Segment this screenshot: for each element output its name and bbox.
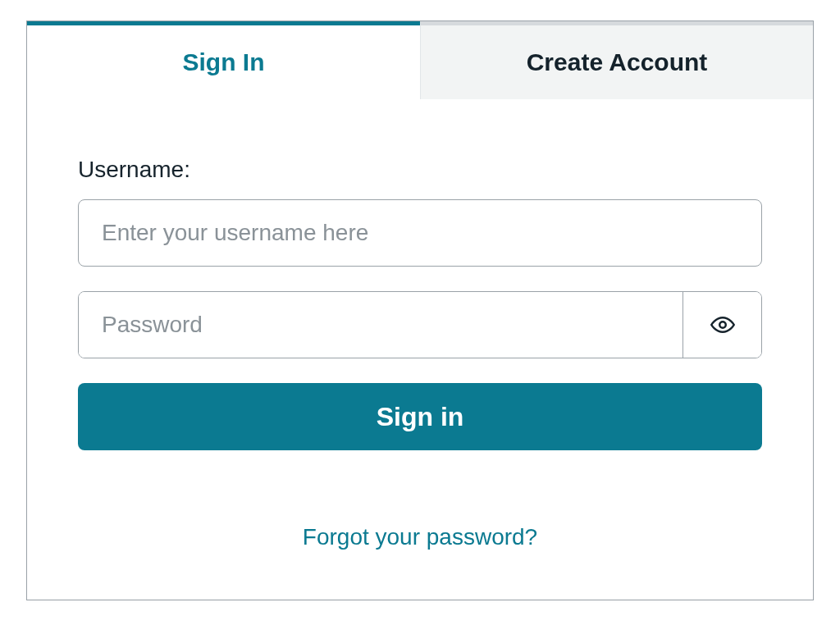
toggle-password-visibility-button[interactable] <box>682 292 761 358</box>
username-input[interactable] <box>78 199 762 267</box>
forgot-password-link[interactable]: Forgot your password? <box>303 524 537 550</box>
sign-in-button[interactable]: Sign in <box>78 383 762 450</box>
forgot-password-wrap: Forgot your password? <box>78 450 762 559</box>
auth-tabs: Sign In Create Account <box>27 21 813 99</box>
tab-create-account[interactable]: Create Account <box>420 21 813 99</box>
sign-in-form: Username: Sign in Forgot your password? <box>27 99 813 600</box>
auth-card: Sign In Create Account Username: Sign in… <box>26 21 814 600</box>
eye-icon <box>710 312 735 337</box>
svg-point-0 <box>719 322 726 328</box>
password-row <box>78 291 762 358</box>
password-input[interactable] <box>79 292 682 358</box>
tab-sign-in[interactable]: Sign In <box>27 21 420 99</box>
username-label: Username: <box>78 157 762 183</box>
